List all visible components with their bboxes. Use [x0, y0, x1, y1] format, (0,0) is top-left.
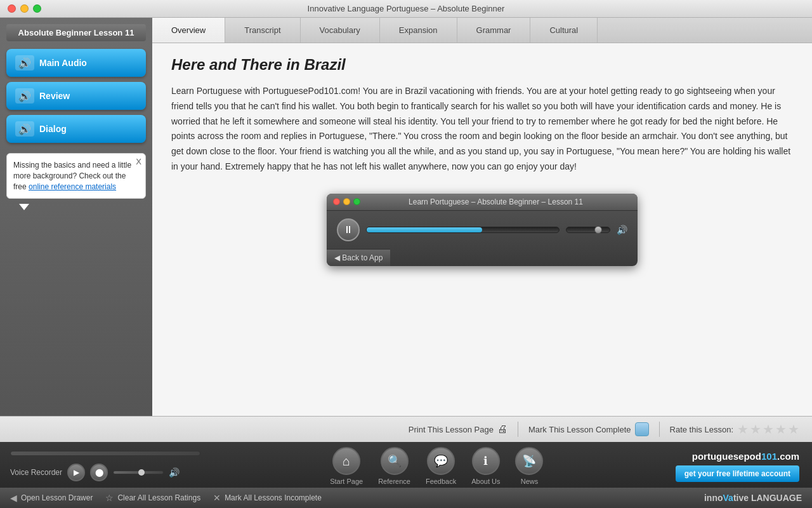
tab-bar: Overview Transcript Vocabulary Expansion…	[152, 18, 812, 43]
feedback-label: Feedback	[426, 478, 456, 485]
player-close-button[interactable]	[333, 198, 340, 205]
minimize-button[interactable]	[20, 4, 29, 13]
footer-icon-about-us[interactable]: ℹ About Us	[471, 447, 500, 485]
dialog-label: Dialog	[39, 124, 67, 134]
sidebar: Absolute Beginner Lesson 11 🔊 Main Audio…	[0, 18, 152, 416]
star-3[interactable]: ★	[763, 422, 774, 437]
lesson-body-text: Learn Portuguese with PortuguesePod101.c…	[171, 84, 793, 175]
titlebar: Innovative Language Portuguese – Absolut…	[0, 0, 812, 18]
maximize-button[interactable]	[33, 4, 41, 13]
speaker-icon: 🔊	[15, 55, 34, 70]
dialog-button[interactable]: 🔊 Dialog	[6, 115, 146, 143]
news-label: News	[521, 478, 539, 485]
star-4[interactable]: ★	[775, 422, 787, 437]
player-min-button[interactable]	[343, 198, 350, 205]
star-2[interactable]: ★	[750, 422, 761, 437]
mark-complete-button[interactable]: Mark This Lesson Complete	[528, 422, 649, 436]
footer-nav: Voice Recorder ▶ ⬤ 🔊 ⌂ Start Page 🔍 Refe…	[0, 442, 812, 488]
mark-complete-label: Mark This Lesson Complete	[528, 425, 631, 434]
main-audio-label: Main Audio	[39, 58, 87, 68]
close-icon[interactable]: X	[136, 156, 141, 168]
footer-icon-start-page[interactable]: ⌂ Start Page	[330, 447, 363, 485]
vr-volume-slider[interactable]	[113, 471, 164, 474]
progress-fill	[367, 227, 482, 232]
tab-vocabulary[interactable]: Vocabulary	[301, 18, 380, 43]
mark-incomplete-label: Mark All Lessons Incomplete	[225, 493, 322, 502]
star-icon: ☆	[105, 493, 114, 503]
open-lesson-drawer-label: Open Lesson Drawer	[21, 493, 93, 502]
player-title: Learn Portuguese – Absolute Beginner – L…	[360, 197, 631, 206]
tab-overview[interactable]: Overview	[152, 18, 225, 43]
footer-icon-reference[interactable]: 🔍 Reference	[378, 447, 410, 485]
lesson-content: Here and There in Brazil Learn Portugues…	[152, 43, 812, 416]
footer-icon-feedback[interactable]: 💬 Feedback	[426, 447, 456, 485]
feedback-icon: 💬	[427, 447, 455, 475]
mark-complete-checkbox[interactable]	[635, 422, 649, 436]
info-box: X Missing the basics and need a little m…	[6, 153, 146, 199]
volume-track[interactable]	[566, 227, 610, 233]
review-label: Review	[39, 91, 70, 101]
close-button[interactable]	[8, 4, 16, 13]
star-rating[interactable]: ★ ★ ★ ★ ★	[737, 422, 799, 437]
progress-track[interactable]	[366, 227, 560, 233]
reference-label: Reference	[378, 478, 410, 485]
clear-ratings-button[interactable]: ☆ Clear All Lesson Ratings	[105, 493, 200, 503]
main-container: Absolute Beginner Lesson 11 🔊 Main Audio…	[0, 18, 812, 508]
speaker-icon-dialog: 🔊	[15, 121, 34, 137]
home-icon: ⌂	[332, 447, 360, 475]
rate-lesson-label: Rate this Lesson:	[670, 425, 733, 434]
audio-player-popup: Learn Portuguese – Absolute Beginner – L…	[327, 194, 638, 266]
tab-transcript[interactable]: Transcript	[225, 18, 300, 43]
mark-incomplete-button[interactable]: ✕ Mark All Lessons Incomplete	[213, 493, 322, 503]
main-audio-button[interactable]: 🔊 Main Audio	[6, 49, 146, 77]
drawer-icon: ◀	[10, 493, 17, 503]
tab-expansion[interactable]: Expansion	[380, 18, 457, 43]
about-us-label: About Us	[471, 478, 500, 485]
vr-volume-icon: 🔊	[169, 467, 180, 478]
reference-link[interactable]: online reference materials	[29, 182, 116, 191]
print-lesson-button[interactable]: Print This Lesson Page 🖨	[409, 424, 508, 435]
tab-grammar[interactable]: Grammar	[457, 18, 531, 43]
vr-play-button[interactable]: ▶	[67, 464, 85, 481]
play-pause-button[interactable]: ⏸	[337, 218, 360, 241]
vr-volume-knob	[138, 469, 145, 476]
print-lesson-label: Print This Lesson Page	[409, 425, 494, 434]
about-icon: ℹ	[472, 447, 500, 475]
volume-knob	[594, 226, 602, 234]
volume-icon: 🔊	[617, 225, 627, 235]
review-button[interactable]: 🔊 Review	[6, 82, 146, 110]
player-controls: ⏸ 🔊	[327, 211, 638, 249]
lesson-heading: Here and There in Brazil	[171, 56, 793, 74]
voice-recorder-bar	[10, 451, 200, 456]
player-window-controls	[333, 198, 360, 205]
footer-brand: portuguesepod101.com get your free lifet…	[663, 451, 812, 482]
brand-url: portuguesepod101.com	[692, 451, 799, 462]
open-lesson-drawer-button[interactable]: ◀ Open Lesson Drawer	[10, 493, 93, 503]
star-5[interactable]: ★	[788, 422, 799, 437]
content-area: Overview Transcript Vocabulary Expansion…	[152, 18, 812, 416]
brand-highlight: Va	[723, 493, 733, 503]
star-1[interactable]: ★	[737, 422, 749, 437]
voice-recorder-controls: Voice Recorder ▶ ⬤ 🔊	[10, 464, 180, 481]
window-title: Innovative Language Portuguese – Absolut…	[308, 4, 505, 13]
separator2	[659, 422, 660, 437]
clear-ratings-label: Clear All Lesson Ratings	[117, 493, 200, 502]
rate-lesson: Rate this Lesson: ★ ★ ★ ★ ★	[670, 422, 799, 437]
voice-recorder-label: Voice Recorder	[10, 468, 62, 477]
back-to-app-button[interactable]: ◀ Back to App	[327, 249, 390, 266]
player-max-button[interactable]	[353, 198, 360, 205]
speaker-icon-review: 🔊	[15, 88, 34, 104]
get-account-button[interactable]: get your free lifetime account	[676, 465, 799, 482]
tab-cultural[interactable]: Cultural	[530, 18, 598, 43]
player-titlebar: Learn Portuguese – Absolute Beginner – L…	[327, 194, 638, 211]
window-controls	[8, 4, 41, 13]
print-icon: 🖨	[497, 424, 508, 435]
separator	[518, 422, 518, 437]
footer-icon-news[interactable]: 📡 News	[515, 447, 543, 485]
lesson-actions: Print This Lesson Page 🖨 Mark This Lesso…	[409, 422, 799, 437]
x-icon: ✕	[213, 493, 221, 503]
reference-icon: 🔍	[381, 447, 409, 475]
vr-stop-button[interactable]: ⬤	[90, 464, 108, 481]
top-section: Absolute Beginner Lesson 11 🔊 Main Audio…	[0, 18, 812, 416]
very-bottom-bar: ◀ Open Lesson Drawer ☆ Clear All Lesson …	[0, 488, 812, 508]
